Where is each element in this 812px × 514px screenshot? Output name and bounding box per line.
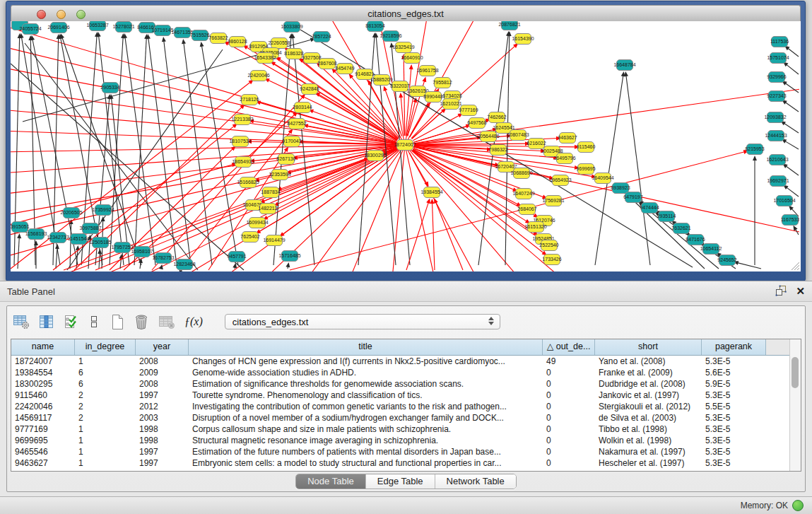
function-builder-icon[interactable]: ƒ(x) <box>184 313 203 331</box>
table-cell: 5.5E-5 <box>702 401 766 412</box>
graph-edge[interactable] <box>56 247 57 269</box>
table-row[interactable]: 977716911998Corpus callosum shape and si… <box>11 424 801 435</box>
table-cell: 18724007 <box>11 356 75 367</box>
graph-edge[interactable] <box>11 46 405 145</box>
float-window-icon[interactable] <box>775 285 787 297</box>
graph-edge[interactable] <box>184 42 212 265</box>
graph-node-label: 10807483 <box>507 132 529 137</box>
graph-edge[interactable] <box>273 36 291 265</box>
column-header-name[interactable]: name <box>11 339 75 355</box>
graph-edge[interactable] <box>785 187 799 197</box>
graph-node-label: 7625402 <box>240 234 259 239</box>
resize-grip[interactable] <box>789 259 800 271</box>
graph-edge[interactable] <box>99 252 100 269</box>
status-bar: Memory: OK <box>0 496 812 514</box>
graph-edge[interactable] <box>111 97 129 265</box>
table-cell: Investigating the contribution of common… <box>189 401 543 412</box>
graph-edge[interactable] <box>67 49 223 270</box>
graph-edge[interactable] <box>784 102 799 112</box>
table-row[interactable]: 946362711997Embryonic stem cells: a mode… <box>11 457 801 469</box>
table-cell: 0 <box>543 457 595 469</box>
graph-edge[interactable] <box>626 74 650 265</box>
table-selector-value: citations_edges.txt <box>233 317 309 327</box>
table-row[interactable]: 911546021997Tourette syndrome. Phenomeno… <box>11 390 801 401</box>
graph-node-label: 9463627 <box>558 135 577 140</box>
graph-edge[interactable] <box>784 141 799 149</box>
graph-node-label: 12823468 <box>173 262 195 267</box>
network-graph[interactable]: 2405572420691406106532871527802184661601… <box>11 21 799 271</box>
graph-edge[interactable] <box>11 164 234 226</box>
table-cell: Changes of HCN gene expression and I(f) … <box>189 356 543 367</box>
table-cell: 1 <box>75 424 136 435</box>
column-header-out_de[interactable]: △ out_de... <box>543 339 595 355</box>
column-header-title[interactable]: title <box>189 339 543 355</box>
graph-edge[interactable] <box>401 95 404 136</box>
scrollbar-thumb[interactable] <box>792 357 799 388</box>
graph-node-label: 2684067 <box>517 206 536 211</box>
graph-edge[interactable] <box>134 37 146 265</box>
graph-edge[interactable] <box>405 88 799 145</box>
graph-edge[interactable] <box>201 45 238 265</box>
graph-edge[interactable] <box>293 36 314 265</box>
show-columns-icon[interactable] <box>39 313 54 331</box>
graph-node-label: 16407249 <box>512 191 534 196</box>
table-cell: 5.3E-5 <box>702 457 766 469</box>
table-scrollbar[interactable] <box>789 339 801 471</box>
table-row[interactable]: 946554611997Estimation of the future num… <box>11 446 801 457</box>
graph-node-label: 16495796 <box>553 156 575 160</box>
graph-edge[interactable] <box>435 201 463 270</box>
table-row[interactable]: 1456911722003Disruption of a novel membe… <box>11 412 801 424</box>
table-row[interactable]: 1830029562008Estimation of significance … <box>11 378 801 390</box>
graph-edge[interactable] <box>627 194 705 269</box>
graph-node-label: 16648784 <box>613 62 635 67</box>
graph-edge[interactable] <box>11 25 405 145</box>
column-header-pagerank[interactable]: pagerank <box>702 339 766 355</box>
column-header-in_degree[interactable]: in_degree <box>75 339 136 355</box>
table-selector-dropdown[interactable]: citations_edges.txt <box>225 314 500 329</box>
graph-edge[interactable] <box>11 64 244 270</box>
graph-edge[interactable] <box>783 122 799 133</box>
network-canvas[interactable]: 2405572420691406106532871527802184661601… <box>11 21 801 271</box>
table-cell: Tibbo et al. (1998) <box>595 424 702 435</box>
graph-node-label: 12505185 <box>89 240 111 245</box>
graph-node-label: 16325419 <box>392 45 414 49</box>
graph-edge[interactable] <box>405 145 435 271</box>
graph-edge[interactable] <box>406 201 429 270</box>
table-cell: 5.3E-5 <box>702 356 766 367</box>
import-table-icon[interactable] <box>158 313 175 331</box>
table-row[interactable]: 1872400712008Changes of HCN gene express… <box>11 356 801 367</box>
graph-edge[interactable] <box>110 36 123 265</box>
table-row[interactable]: 1938455462009Genome-wide association stu… <box>11 367 801 378</box>
graph-edge[interactable] <box>432 201 435 270</box>
table-cell: Disruption of a novel member of a sodium… <box>189 412 543 424</box>
graph-edge[interactable] <box>384 88 401 136</box>
tab-node-table[interactable]: Node Table <box>296 474 366 489</box>
table-cell: 1 <box>75 435 136 446</box>
delete-icon[interactable] <box>134 313 149 331</box>
table-row[interactable]: 969969511998Structural magnetic resonanc… <box>11 435 801 446</box>
graph-edge[interactable] <box>404 57 405 136</box>
select-columns-icon[interactable] <box>64 313 78 331</box>
graph-node-label: 18654933 <box>232 159 254 164</box>
table-cell: Wolkin et al. (1998) <box>595 435 702 446</box>
graph-edge[interactable] <box>785 64 799 74</box>
graph-node-label: 8990448 <box>423 94 442 99</box>
graph-edge[interactable] <box>392 145 405 271</box>
column-header-short[interactable]: short <box>595 339 702 355</box>
tab-network-table[interactable]: Network Table <box>435 474 516 489</box>
graph-edge[interactable] <box>595 74 623 265</box>
graph-node-label: 7462662 <box>487 115 506 119</box>
graph-edge[interactable] <box>784 165 799 175</box>
close-panel-icon[interactable]: ✕ <box>796 286 805 297</box>
column-header-year[interactable]: year <box>136 339 189 355</box>
tab-edge-table[interactable]: Edge Table <box>366 474 435 489</box>
table-row[interactable]: 2242004622012Investigating the contribut… <box>11 401 801 412</box>
new-column-icon[interactable] <box>110 313 124 331</box>
network-window-titlebar[interactable]: citations_edges.txt <box>11 5 801 23</box>
table-cell: 0 <box>543 390 595 401</box>
table-cell: 1997 <box>136 390 189 401</box>
row-height-icon[interactable] <box>87 313 101 331</box>
graph-edge[interactable] <box>736 262 761 269</box>
table-cell: Dudbridge et al. (2008) <box>595 378 702 390</box>
table-settings-icon[interactable] <box>13 313 30 331</box>
